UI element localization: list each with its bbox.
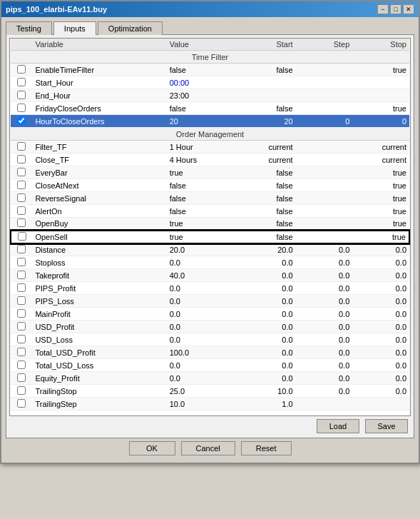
row-checkbox[interactable] [17,335,26,343]
row-checkbox[interactable] [17,104,26,112]
row-checkbox[interactable] [17,361,26,369]
row-checkbox[interactable] [17,218,26,227]
row-step: 0.0 [296,256,353,269]
row-checkbox-cell[interactable] [11,205,32,218]
col-step: Step [296,39,353,51]
tab-testing[interactable]: Testing [6,21,52,35]
table-row[interactable]: Stoploss0.00.00.00.0 [11,256,409,269]
row-checkbox-cell[interactable] [11,231,32,243]
row-checkbox-cell[interactable] [11,102,32,115]
row-checkbox[interactable] [17,296,26,305]
table-row[interactable]: EnableTimeFilterfalsefalsetrue [11,64,409,76]
table-row[interactable]: USD_Profit0.00.00.00.0 [11,321,409,333]
row-step [296,179,353,192]
table-row[interactable]: PIPS_Profit0.00.00.00.0 [11,282,409,295]
tab-inputs[interactable]: Inputs [53,21,96,35]
table-row[interactable]: TrailingStep10.01.0 [11,398,409,410]
row-checkbox-cell[interactable] [11,321,32,333]
row-checkbox-cell[interactable] [11,76,32,89]
row-checkbox-cell[interactable] [11,89,32,102]
maximize-button[interactable]: □ [390,4,401,14]
table-row[interactable]: PIPS_Loss0.00.00.00.0 [11,295,409,308]
row-checkbox-cell[interactable] [11,166,32,179]
row-checkbox-cell[interactable] [11,141,32,153]
row-checkbox-cell[interactable] [11,243,32,256]
row-checkbox-cell[interactable] [11,308,32,321]
row-checkbox[interactable] [18,232,26,241]
row-checkbox[interactable] [17,283,26,292]
row-checkbox[interactable] [17,399,26,408]
minimize-button[interactable]: − [377,4,389,14]
row-checkbox-cell[interactable] [11,115,32,128]
table-row[interactable]: Distance20.020.00.00.0 [11,243,409,256]
table-row[interactable]: USD_Loss0.00.00.00.0 [11,333,409,346]
row-checkbox[interactable] [17,245,26,253]
row-checkbox[interactable] [17,386,26,395]
row-checkbox[interactable] [17,258,26,266]
tab-optimization[interactable]: Optimization [98,21,163,35]
row-checkbox-cell[interactable] [11,346,32,359]
save-button[interactable]: Save [365,419,408,433]
row-checkbox-cell[interactable] [11,192,32,205]
table-row[interactable]: Equity_Profit0.00.00.00.0 [11,372,409,385]
row-checkbox-cell[interactable] [11,218,32,231]
table-row[interactable]: Start_Hour00:00 [11,76,409,89]
row-checkbox-cell[interactable] [11,372,32,385]
row-checkbox[interactable] [17,206,26,215]
row-checkbox-cell[interactable] [11,359,32,372]
row-checkbox-cell[interactable] [11,153,32,166]
row-checkbox[interactable] [17,193,26,202]
table-row[interactable]: End_Hour23:00 [11,89,409,102]
window-title: pips_100_elarbi-EAv11.buy [6,5,107,14]
row-checkbox[interactable] [17,322,26,331]
row-checkbox-cell[interactable] [11,179,32,192]
table-row[interactable]: HourToCloseOrders202000 [11,115,409,128]
row-checkbox-cell[interactable] [11,269,32,282]
row-checkbox[interactable] [17,91,26,99]
inputs-table-container[interactable]: Variable Value Start Step Stop Time Filt… [9,38,411,416]
table-row[interactable]: Total_USD_Profit100.00.00.00.0 [11,346,409,359]
row-checkbox[interactable] [17,168,26,176]
row-checkbox[interactable] [17,142,26,151]
row-checkbox-cell[interactable] [11,333,32,346]
row-checkbox-cell[interactable] [11,64,32,76]
table-row[interactable]: MainProfit0.00.00.00.0 [11,308,409,321]
row-checkbox[interactable] [17,155,26,163]
section-header-row: Order Management [11,128,409,141]
row-checkbox[interactable] [17,78,26,86]
row-checkbox[interactable] [17,181,26,189]
row-checkbox-cell[interactable] [11,282,32,295]
row-checkbox[interactable] [17,116,26,125]
table-row[interactable]: Filter_TF1 Hourcurrentcurrent [11,141,409,153]
row-stop: current [352,141,409,153]
row-checkbox-cell[interactable] [11,295,32,308]
cancel-button[interactable]: Cancel [181,441,235,455]
table-row[interactable]: EveryBartruefalsetrue [11,166,409,179]
table-row[interactable]: FridayCloseOrdersfalsefalsetrue [11,102,409,115]
table-row[interactable]: CloseAtNextfalsefalsetrue [11,179,409,192]
table-row[interactable]: Close_TF4 Hourscurrentcurrent [11,153,409,166]
table-row[interactable]: TrailingStop25.010.00.00.0 [11,385,409,398]
row-checkbox-cell[interactable] [11,256,32,269]
load-button[interactable]: Load [317,419,359,433]
row-checkbox-cell[interactable] [11,385,32,398]
row-checkbox[interactable] [17,65,26,74]
row-variable-name: Equity_Profit [32,372,166,385]
row-checkbox[interactable] [17,348,26,356]
row-checkbox[interactable] [17,271,26,279]
row-variable-name: PIPS_Loss [32,295,166,308]
row-checkbox[interactable] [17,309,26,318]
table-row[interactable]: AlertOnfalsefalsetrue [11,205,409,218]
row-stop: true [352,179,409,192]
table-row[interactable]: ReverseSignalfalsefalsetrue [11,192,409,205]
ok-button[interactable]: OK [129,441,175,455]
reset-button[interactable]: Reset [241,441,292,455]
row-checkbox-cell[interactable] [11,398,32,410]
table-row[interactable]: OpenSelltruefalsetrue [11,231,409,243]
table-row[interactable]: Total_USD_Loss0.00.00.00.0 [11,359,409,372]
close-button[interactable]: ✕ [403,4,414,14]
table-row[interactable]: OpenBuytruefalsetrue [11,218,409,231]
table-row[interactable]: Takeprofit40.00.00.00.0 [11,269,409,282]
row-checkbox[interactable] [17,373,26,382]
row-variable-name: OpenSell [32,231,166,243]
